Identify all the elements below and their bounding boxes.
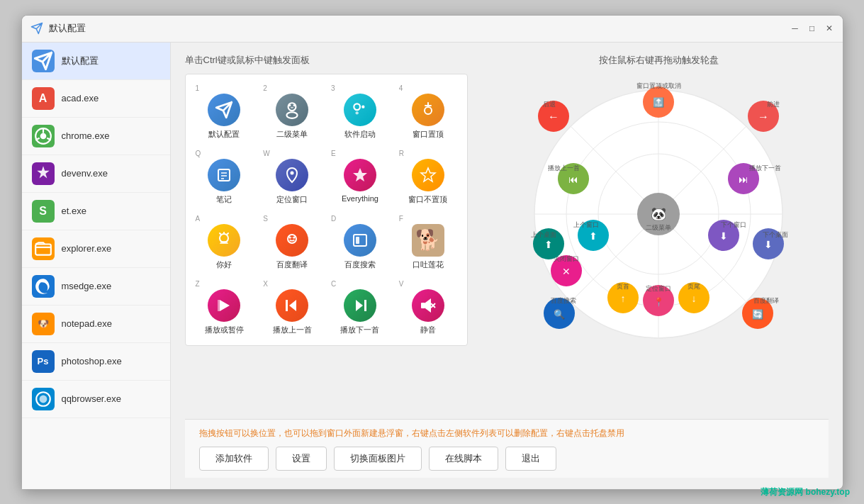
sidebar-item-photoshop[interactable]: Psphotoshop.exe bbox=[22, 343, 170, 381]
svg-marker-22 bbox=[421, 168, 435, 181]
grid-cell-A[interactable]: A你好 bbox=[193, 212, 257, 273]
svg-marker-21 bbox=[353, 168, 367, 181]
cell-label-C: 播放下一首 bbox=[340, 325, 379, 335]
cell-key-W: W bbox=[263, 150, 269, 157]
grid-cell-Z[interactable]: Z播放或暂停 bbox=[193, 277, 257, 338]
sidebar-item-qqbrowser[interactable]: qqbrowser.exe bbox=[22, 381, 170, 418]
cell-key-2: 2 bbox=[263, 84, 267, 92]
sidebar-icon-devenv bbox=[32, 162, 55, 185]
sidebar-icon-default bbox=[32, 50, 55, 72]
svg-rect-29 bbox=[218, 300, 220, 311]
sidebar-label-notepad: notepad.exe bbox=[62, 318, 113, 329]
sidebar-item-msedge[interactable]: msedge.exe bbox=[22, 268, 170, 306]
sidebar-icon-qqbrowser bbox=[32, 388, 55, 410]
cell-label-S: 百度翻译 bbox=[276, 259, 308, 270]
add-software-button[interactable]: 添加软件 bbox=[199, 447, 269, 471]
cell-icon-3 bbox=[344, 94, 376, 126]
sidebar-item-default[interactable]: 默认配置 bbox=[22, 43, 170, 80]
close-button[interactable]: ✕ bbox=[824, 23, 834, 33]
grid-cell-S[interactable]: S百度翻译 bbox=[260, 212, 324, 273]
minimize-button[interactable]: ─ bbox=[790, 23, 800, 33]
svg-text:📍: 📍 bbox=[653, 296, 664, 307]
grid-cell-2[interactable]: 2二级菜单 bbox=[260, 82, 324, 142]
cell-label-4: 窗口置顶 bbox=[413, 129, 444, 140]
cell-key-A: A bbox=[196, 215, 201, 223]
grid-cell-Q[interactable]: Q笔记 bbox=[193, 147, 257, 208]
grid-cell-X[interactable]: X播放上一首 bbox=[260, 277, 324, 338]
svg-text:↓: ↓ bbox=[692, 293, 697, 304]
svg-text:🔄: 🔄 bbox=[752, 308, 764, 320]
sidebar-item-explorer[interactable]: explorer.exe bbox=[22, 230, 170, 268]
sidebar-label-photoshop: photoshop.exe bbox=[62, 356, 122, 366]
panel-section-title: 单击Ctrl键或鼠标中键触发面板 bbox=[185, 54, 468, 67]
sidebar-item-acad[interactable]: Aacad.exe bbox=[22, 80, 170, 118]
svg-text:播放下一首: 播放下一首 bbox=[749, 164, 781, 172]
svg-text:⏮: ⏮ bbox=[568, 174, 578, 185]
grid-cell-3[interactable]: 3软件启动 bbox=[328, 82, 392, 142]
main-window: 默认配置 ─ □ ✕ 默认配置Aacad.exechrome.exedevenv… bbox=[21, 15, 843, 490]
svg-point-7 bbox=[288, 103, 296, 111]
svg-rect-31 bbox=[364, 300, 366, 311]
svg-text:✕: ✕ bbox=[562, 266, 571, 277]
cell-label-E: Everything bbox=[342, 194, 378, 203]
sidebar-label-devenv: devenv.exe bbox=[62, 168, 108, 179]
svg-point-11 bbox=[291, 106, 293, 108]
titlebar: 默认配置 ─ □ ✕ bbox=[22, 16, 843, 43]
sidebar-item-chrome[interactable]: chrome.exe bbox=[22, 118, 170, 155]
grid-cell-E[interactable]: EEverything bbox=[328, 147, 392, 208]
wheel-section: 按住鼠标右键再拖动触发轮盘 🔝 窗口置顶或取消 → 前进 ⏭ 播放下一首 ⬇ 下… bbox=[489, 54, 829, 410]
svg-rect-30 bbox=[286, 300, 288, 311]
cell-icon-X bbox=[276, 289, 308, 322]
grid-cell-R[interactable]: R窗口不置顶 bbox=[396, 147, 460, 208]
wheel-svg: 🔝 窗口置顶或取消 → 前进 ⏭ 播放下一首 ⬇ 下个桌面 ⬇ 下个窗口 🔄 百… bbox=[524, 79, 793, 349]
switch-panel-button[interactable]: 切换面板图片 bbox=[334, 447, 422, 471]
cell-label-Z: 播放或暂停 bbox=[205, 325, 244, 335]
grid-cell-F[interactable]: F🐕口吐莲花 bbox=[396, 212, 460, 273]
svg-text:二级菜单: 二级菜单 bbox=[646, 224, 671, 231]
grid-cell-D[interactable]: D百度搜索 bbox=[328, 212, 392, 273]
sidebar-icon-chrome bbox=[32, 125, 55, 147]
svg-text:窗口置顶或取消: 窗口置顶或取消 bbox=[636, 82, 681, 89]
sidebar-icon-explorer bbox=[32, 237, 55, 260]
svg-text:🔍: 🔍 bbox=[554, 308, 566, 320]
cell-icon-A bbox=[208, 224, 240, 257]
sidebar-item-et[interactable]: Set.exe bbox=[22, 193, 170, 230]
grid-cell-C[interactable]: C播放下一首 bbox=[328, 277, 392, 338]
cell-icon-F: 🐕 bbox=[412, 224, 444, 257]
svg-point-26 bbox=[290, 237, 294, 240]
svg-rect-5 bbox=[35, 244, 51, 254]
grid-cell-V[interactable]: V静音 bbox=[396, 277, 460, 338]
svg-text:页首: 页首 bbox=[617, 283, 629, 290]
sidebar-label-explorer: explorer.exe bbox=[62, 243, 112, 254]
exit-button[interactable]: 退出 bbox=[505, 447, 556, 471]
cell-key-X: X bbox=[263, 280, 268, 288]
svg-text:定位窗口: 定位窗口 bbox=[646, 285, 671, 292]
svg-rect-27 bbox=[354, 235, 366, 246]
cell-key-R: R bbox=[399, 150, 404, 157]
svg-rect-28 bbox=[356, 237, 359, 244]
svg-point-20 bbox=[291, 171, 294, 174]
cell-label-Q: 笔记 bbox=[216, 194, 232, 205]
svg-point-14 bbox=[355, 111, 358, 114]
svg-text:←: ← bbox=[548, 111, 559, 123]
online-script-button[interactable]: 在线脚本 bbox=[429, 447, 498, 471]
sidebar-item-devenv[interactable]: devenv.exe bbox=[22, 155, 170, 193]
maximize-button[interactable]: □ bbox=[807, 23, 817, 33]
cell-icon-E bbox=[344, 159, 376, 191]
grid-panel-section: 单击Ctrl键或鼠标中键触发面板 1默认配置2二级菜单3软件启动4窗口置顶Q笔记… bbox=[185, 54, 468, 410]
svg-point-10 bbox=[293, 103, 296, 106]
content-area: 默认配置Aacad.exechrome.exedevenv.exeSet.exe… bbox=[22, 43, 843, 489]
cell-label-V: 静音 bbox=[420, 325, 436, 335]
svg-text:播放上一首: 播放上一首 bbox=[548, 164, 580, 172]
grid-cell-W[interactable]: W定位窗口 bbox=[260, 147, 324, 208]
buttons-row: 添加软件设置切换面板图片在线脚本退出 bbox=[199, 447, 814, 471]
grid-cell-4[interactable]: 4窗口置顶 bbox=[396, 82, 460, 142]
cell-icon-W bbox=[276, 159, 308, 191]
sidebar-item-notepad[interactable]: 🐶notepad.exe bbox=[22, 306, 170, 343]
grid-cell-1[interactable]: 1默认配置 bbox=[193, 82, 257, 142]
settings-button[interactable]: 设置 bbox=[276, 447, 327, 471]
cell-icon-2 bbox=[276, 94, 308, 126]
sidebar-icon-msedge bbox=[32, 275, 55, 298]
cell-label-3: 软件启动 bbox=[344, 129, 376, 140]
sidebar-icon-et: S bbox=[32, 200, 55, 223]
